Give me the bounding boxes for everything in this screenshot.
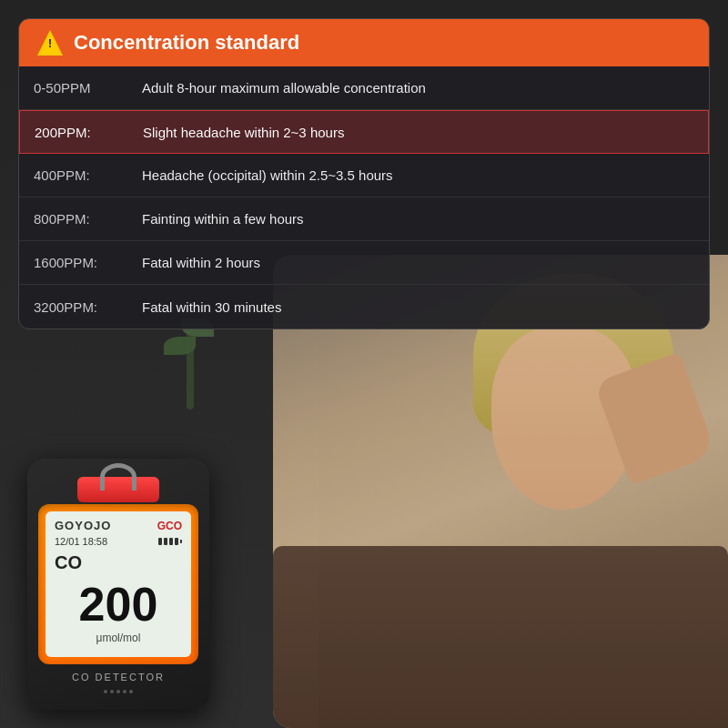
row-ppm: 800PPM: (19, 202, 119, 236)
row-ppm: 3200PPM: (19, 290, 119, 324)
battery-icon (158, 538, 182, 545)
co-detector: GOYOJO GCO 12/01 18:58 CO 200 μmol/mol (27, 459, 209, 710)
table-row: 1600PPM: Fatal within 2 hours (19, 241, 709, 285)
table-row: 800PPM: Fainting within a few hours (19, 197, 709, 241)
panel-body: 0-50PPM Adult 8-hour maximum allowable c… (19, 66, 709, 329)
row-desc: Fainting within a few hours (127, 202, 709, 236)
row-ppm: 0-50PPM (19, 71, 119, 105)
row-ppm: 1600PPM: (19, 246, 119, 279)
panel-title: Concentration standard (74, 31, 299, 55)
gco-label: GCO (157, 520, 182, 532)
table-row: 200PPM: Slight headache within 2~3 hours (19, 110, 709, 154)
row-ppm: 200PPM: (20, 116, 120, 149)
concentration-panel: Concentration standard 0-50PPM Adult 8-h… (18, 18, 710, 329)
row-desc: Headache (occipital) within 2.5~3.5 hour… (127, 158, 709, 192)
row-desc: Fatal within 30 minutes (127, 290, 709, 324)
co-value: 200 (55, 581, 182, 628)
screen-brand-row: GOYOJO GCO (55, 519, 182, 532)
device-wrapper: GOYOJO GCO 12/01 18:58 CO 200 μmol/mol (27, 459, 209, 710)
datetime-text: 12/01 18:58 (55, 536, 107, 547)
table-row: 3200PPM: Fatal within 30 minutes (19, 285, 709, 329)
screen-datetime-row: 12/01 18:58 (55, 536, 182, 547)
device-footer-label: CO DETECTOR (27, 664, 209, 686)
brand-name: GOYOJO (55, 519, 111, 532)
row-desc: Adult 8-hour maximum allowable concentra… (127, 71, 709, 105)
device-top (27, 459, 209, 504)
row-ppm: 400PPM: (19, 158, 119, 192)
table-row: 400PPM: Headache (occipital) within 2.5~… (19, 154, 709, 197)
table-row: 0-50PPM Adult 8-hour maximum allowable c… (19, 66, 709, 110)
warning-icon (37, 30, 63, 56)
row-desc: Fatal within 2 hours (127, 246, 709, 279)
device-frame: GOYOJO GCO 12/01 18:58 CO 200 μmol/mol (38, 504, 198, 664)
row-desc: Slight headache within 2~3 hours (128, 116, 708, 149)
device-hook (100, 463, 136, 490)
panel-header: Concentration standard (19, 19, 709, 66)
co-unit: μmol/mol (55, 632, 182, 644)
device-screen: GOYOJO GCO 12/01 18:58 CO 200 μmol/mol (46, 511, 191, 657)
co-gas-label: CO (55, 552, 182, 573)
device-vent (27, 686, 209, 701)
